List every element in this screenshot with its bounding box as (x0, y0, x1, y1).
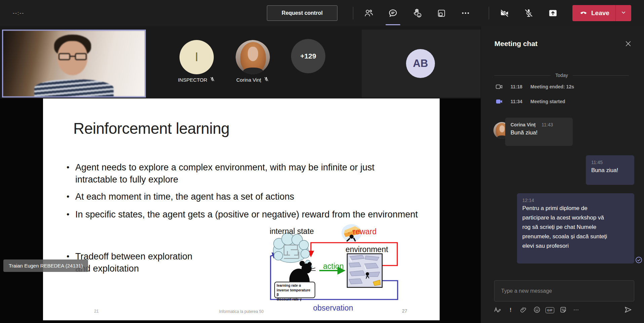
format-icon (493, 306, 501, 315)
new-message-input[interactable] (494, 280, 634, 301)
emoji-icon (533, 306, 541, 315)
avatar-initials: AB (413, 57, 428, 70)
meeting-top-bar: --:-- Request control (0, 0, 644, 26)
camera-outline-icon (495, 83, 504, 91)
breakout-rooms-icon (437, 8, 446, 18)
message-author: Corina Vinț (511, 122, 535, 127)
emoji-button[interactable] (532, 305, 542, 315)
mic-muted-icon (264, 76, 269, 83)
date-divider: Today (494, 73, 629, 78)
camera-off-icon (499, 8, 510, 18)
slide-bullet: Tradeoff between exploration and exploit… (75, 250, 210, 275)
diagram-label-internal-state: internal state (265, 227, 319, 236)
divider (353, 7, 353, 19)
slide-footer: Informatica la puterea 50 (191, 309, 292, 314)
slide-bullet: In specific states, the agent gets a (po… (75, 208, 432, 220)
date-divider-label: Today (555, 73, 568, 78)
hang-up-icon (579, 8, 588, 18)
chevron-down-icon (620, 9, 627, 17)
close-chat-button[interactable] (623, 39, 633, 49)
leave-split-button[interactable]: Leave (572, 5, 631, 21)
meeting-stage: Reinforcement learning Agent needs to ex… (0, 26, 481, 323)
participant-tile-corina[interactable]: Corina Vinț (236, 40, 270, 74)
mic-muted-icon (210, 76, 215, 83)
message-text: Pentru a primi diplome de participare la… (522, 204, 612, 251)
format-button[interactable] (492, 305, 502, 315)
gif-icon: GIF (546, 307, 555, 313)
send-message-button[interactable] (622, 305, 634, 316)
message-time: 11:43 (541, 122, 553, 127)
self-webcam-photo (3, 31, 145, 96)
breakout-rooms-button[interactable] (433, 0, 450, 26)
more-compose-button[interactable] (571, 305, 581, 315)
more-ellipsis-icon (460, 8, 471, 18)
participant-name: INSPECTOR (178, 77, 207, 83)
reactions-button[interactable] (409, 0, 426, 26)
participant-overflow-tile[interactable]: +129 (291, 39, 325, 73)
slide-bullet: Agent needs to explore a complex environ… (75, 161, 411, 186)
diagram-param: learning rate α (277, 283, 313, 288)
teams-meeting-window: --:-- Request control (0, 0, 644, 323)
meeting-panel-controls (350, 0, 478, 26)
presenter-name: Traian Eugen REBEDEA (24131) (9, 263, 83, 269)
exclamation-icon: ! (510, 307, 512, 314)
leave-button[interactable]: Leave (572, 5, 615, 21)
request-control-button[interactable]: Request control (267, 5, 337, 21)
divider (489, 7, 489, 19)
self-video-tile[interactable] (2, 30, 146, 97)
chat-message-received: Corina Vinț 11:43 Bună ziua! (505, 118, 573, 146)
message-time: 12:14 (522, 198, 534, 203)
avatar-initial: I (195, 50, 198, 64)
show-participants-button[interactable] (360, 0, 377, 26)
diagram-param: inverse temperature β (277, 288, 313, 297)
sticker-icon (559, 306, 567, 315)
diagram-label-observation: observation (311, 304, 355, 313)
paperclip-icon (520, 306, 527, 315)
more-options-button[interactable] (457, 0, 474, 26)
environment-maze-graphic (347, 254, 382, 287)
share-screen-icon (548, 8, 558, 18)
chat-icon (388, 8, 398, 18)
slide-title: Reinforcement learning (73, 119, 230, 137)
leave-button-label: Leave (591, 9, 609, 17)
diagram-label-action: action (320, 262, 347, 271)
attach-button[interactable] (519, 305, 529, 315)
rl-agent-environment-diagram: internal state reward environment action… (265, 223, 409, 312)
event-time: 11:18 (511, 84, 522, 89)
people-icon (364, 8, 374, 18)
meeting-event-row: 11:34 Meeting started (495, 97, 565, 106)
presenter-name-label: Traian Eugen REBEDEA (24131) (3, 259, 88, 272)
message-time: 11:45 (591, 160, 603, 165)
chat-message-sent: 11:45 Buna ziua! (586, 155, 634, 185)
diagram-parameters-box: learning rate α inverse temperature β di… (274, 282, 315, 298)
diagram-label-reward: reward (353, 227, 376, 236)
priority-button[interactable]: ! (506, 305, 516, 315)
chat-panel-title: Meeting chat (494, 40, 537, 48)
avatar (236, 40, 270, 74)
chat-message-sent: 12:14 Pentru a primi diplome de particip… (517, 193, 634, 264)
avatar: I (179, 40, 214, 74)
show-chat-button[interactable] (385, 0, 401, 26)
participant-name: Corina Vinț (236, 77, 261, 83)
meeting-timer: --:-- (13, 10, 24, 16)
leave-options-button[interactable] (615, 5, 631, 21)
participant-tile-ab[interactable]: AB (362, 30, 481, 97)
mic-toggle-button[interactable] (520, 0, 537, 26)
send-icon (623, 305, 633, 315)
message-text: Bună ziua! (511, 128, 567, 137)
meeting-event-row: 11:18 Meeting ended: 12s (495, 83, 574, 91)
raise-hand-icon (412, 8, 422, 18)
thought-cloud-graphic (273, 233, 312, 269)
sticker-button[interactable] (558, 305, 568, 315)
event-text: Meeting started (530, 99, 565, 104)
camera-toggle-button[interactable] (496, 0, 513, 26)
mic-off-icon (523, 8, 534, 18)
meeting-device-controls: Leave (485, 0, 631, 26)
gif-button[interactable]: GIF (545, 305, 555, 315)
corina-photo (236, 40, 270, 74)
overflow-count: +129 (300, 52, 316, 60)
share-button[interactable] (545, 0, 561, 26)
message-sent-check-icon (635, 256, 643, 265)
slide-page-number: 27 (402, 308, 407, 314)
participant-tile-inspector[interactable]: I INSPECTOR (179, 40, 214, 74)
